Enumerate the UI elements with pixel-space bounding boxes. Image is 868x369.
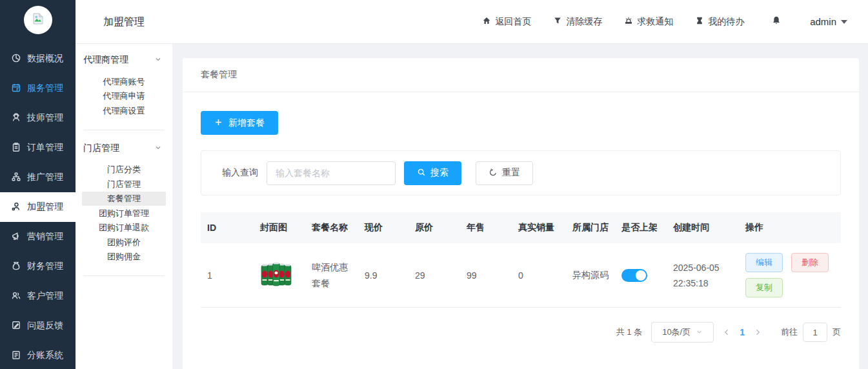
search-button-label: 搜索 <box>430 167 449 179</box>
next-page-button[interactable] <box>754 328 762 336</box>
divider <box>83 130 165 130</box>
sidebar-item-finance-mgmt[interactable]: 财务管理 <box>0 252 76 281</box>
back-home-link[interactable]: 返回首页 <box>482 16 531 28</box>
sidebar-item-promotion-mgmt[interactable]: 推广管理 <box>0 163 76 192</box>
divider <box>83 275 165 276</box>
user-menu[interactable]: admin <box>810 16 847 27</box>
submenu-store-category[interactable]: 门店分类 <box>82 163 166 177</box>
menu-group-label: 代理商管理 <box>83 54 128 66</box>
submenu-group-order-refund[interactable]: 团购订单退款 <box>82 221 166 235</box>
add-package-label: 新增套餐 <box>228 117 265 129</box>
feedback-icon <box>11 320 21 332</box>
submenu-agent-settings[interactable]: 代理商设置 <box>82 103 166 118</box>
package-mgmt-card: 套餐管理 新增套餐 输入查询 搜索 <box>183 58 859 369</box>
sidebar-item-customer-mgmt[interactable]: 客户管理 <box>0 281 76 311</box>
submenu-agent-account[interactable]: 代理商账号 <box>82 74 166 89</box>
col-cover: 封面图 <box>254 212 305 243</box>
submenu-group-review[interactable]: 团购评价 <box>82 235 166 250</box>
logo-circle <box>24 6 52 34</box>
ledger-icon <box>11 350 21 362</box>
sidebar-item-ledger-system[interactable]: 分账系统 <box>0 341 76 369</box>
submenu-group-commission[interactable]: 团购佣金 <box>82 250 166 264</box>
on-shelf-toggle[interactable] <box>621 269 647 282</box>
logo[interactable] <box>0 0 76 40</box>
sidebar-item-label: 推广管理 <box>27 172 63 183</box>
clear-cache-link[interactable]: 清除缓存 <box>553 16 602 28</box>
sidebar-item-feedback[interactable]: 问题反馈 <box>0 311 76 341</box>
search-label: 输入查询 <box>222 167 258 179</box>
notifications-button[interactable] <box>771 15 782 28</box>
search-panel: 输入查询 搜索 重置 <box>201 150 841 195</box>
topbar: 返回首页 清除缓存 求救通知 我的待办 admin <box>172 0 868 44</box>
col-annual-sales: 年售 <box>460 212 512 243</box>
sidebar-item-label: 订单管理 <box>27 142 63 154</box>
bell-icon <box>771 15 782 28</box>
submenu-package-mgmt[interactable]: 套餐管理 <box>82 192 166 206</box>
marketing-icon <box>11 231 21 243</box>
goto-page-input[interactable] <box>803 323 827 342</box>
goto-label: 前往 <box>781 326 798 338</box>
image-placeholder-icon <box>31 12 45 28</box>
sidebar-item-label: 客户管理 <box>27 290 63 302</box>
caret-down-icon <box>841 20 847 24</box>
sidebar-item-label: 数据概况 <box>27 53 63 65</box>
page-size-select[interactable]: 10条/页 <box>651 322 714 343</box>
current-page[interactable]: 1 <box>740 327 745 337</box>
table-header-row: ID 封面图 套餐名称 现价 原价 年售 真实销量 所属门店 是否上架 创建时间… <box>201 212 841 243</box>
service-calendar-icon <box>11 83 21 95</box>
goto-page: 前往 页 <box>781 323 841 342</box>
search-input[interactable] <box>267 161 396 185</box>
order-icon <box>11 142 21 154</box>
add-package-button[interactable]: 新增套餐 <box>201 111 278 135</box>
sidebar-item-label: 服务管理 <box>27 83 63 94</box>
edit-button[interactable]: 编辑 <box>745 253 783 272</box>
submenu-group-order-mgmt[interactable]: 团购订单管理 <box>82 206 166 221</box>
cell-actions: 编辑 删除 复制 <box>739 243 841 308</box>
chevron-down-icon <box>154 55 162 65</box>
beer-pack-image[interactable] <box>260 258 292 292</box>
menu-group-store-mgmt[interactable]: 门店管理 <box>76 137 172 160</box>
pie-chart-icon <box>11 53 21 65</box>
search-icon <box>417 168 426 179</box>
sidebar-item-service-mgmt[interactable]: 服务管理 <box>0 74 76 103</box>
table-row: 1 <box>201 243 841 308</box>
reset-button[interactable]: 重置 <box>476 161 533 185</box>
col-price: 现价 <box>358 212 409 243</box>
hourglass-icon <box>695 16 704 27</box>
page-unit-label: 页 <box>833 326 841 338</box>
package-table: ID 封面图 套餐名称 现价 原价 年售 真实销量 所属门店 是否上架 创建时间… <box>201 212 841 308</box>
delete-button[interactable]: 删除 <box>791 253 829 272</box>
main-column: 返回首页 清除缓存 求救通知 我的待办 admin <box>172 0 868 369</box>
cell-id: 1 <box>201 243 254 308</box>
refresh-icon <box>489 168 498 179</box>
sidebar-item-data-overview[interactable]: 数据概况 <box>0 44 76 74</box>
sidebar-item-technician-mgmt[interactable]: 技师管理 <box>0 103 76 133</box>
col-store: 所属门店 <box>566 212 615 243</box>
menu-group-agent-mgmt[interactable]: 代理商管理 <box>76 48 172 72</box>
sidebar-item-label: 财务管理 <box>27 261 63 272</box>
promotion-icon <box>11 172 21 184</box>
sidebar-item-label: 技师管理 <box>27 112 63 124</box>
chevron-down-icon <box>154 143 162 154</box>
cell-on-shelf <box>615 243 667 308</box>
sidebar-item-label: 分账系统 <box>27 350 63 361</box>
col-name: 套餐名称 <box>305 212 358 243</box>
funnel-icon <box>553 16 562 27</box>
prev-page-button[interactable] <box>723 328 731 336</box>
sos-notice-link[interactable]: 求救通知 <box>624 16 673 28</box>
reset-button-label: 重置 <box>502 167 520 179</box>
finance-icon <box>11 261 21 273</box>
copy-button[interactable]: 复制 <box>745 278 783 297</box>
search-button[interactable]: 搜索 <box>404 161 461 185</box>
sidebar-item-franchise-mgmt[interactable]: 加盟管理 <box>0 192 76 222</box>
submenu-store-mgmt[interactable]: 门店管理 <box>82 177 166 192</box>
sidebar-item-marketing-mgmt[interactable]: 营销管理 <box>0 222 76 252</box>
my-todo-link[interactable]: 我的待办 <box>695 16 744 28</box>
menu-group-label: 门店管理 <box>83 143 119 154</box>
sidebar-item-order-mgmt[interactable]: 订单管理 <box>0 133 76 163</box>
alarm-icon <box>624 16 633 27</box>
plus-icon <box>214 118 223 128</box>
module-title: 加盟管理 <box>76 0 172 44</box>
submenu-agent-apply[interactable]: 代理商申请 <box>82 89 166 104</box>
top-link-label: 我的待办 <box>708 16 744 28</box>
